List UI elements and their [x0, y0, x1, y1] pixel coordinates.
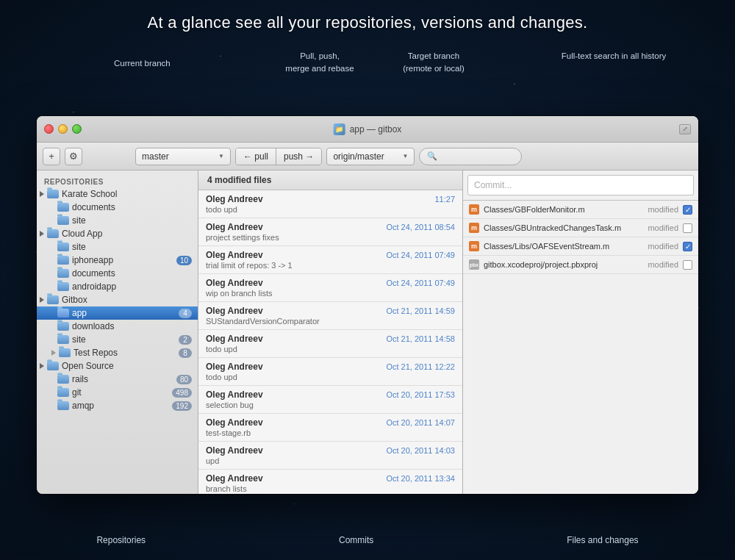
commit-list: Oleg Andreev11:27 todo upd Oleg AndreevO…: [198, 190, 462, 494]
push-button[interactable]: push →: [276, 148, 321, 165]
item-label: site: [72, 215, 86, 226]
target-branch-value: origin/master: [333, 151, 384, 162]
commit-input[interactable]: Commit...: [467, 175, 694, 195]
commit-author: Oleg Andreev: [206, 445, 263, 456]
group-label: Open Source: [62, 361, 114, 371]
annotation-pull-push: Pull, push,merge and rebase: [279, 50, 360, 76]
sidebar-item-gitbox[interactable]: Gitbox: [37, 293, 198, 306]
file-status: modified: [648, 205, 678, 214]
commit-item[interactable]: Oleg AndreevOct 20, 2011 17:53 selection…: [198, 386, 462, 414]
expand-button[interactable]: ⤢: [679, 124, 691, 134]
sidebar-item-documents-ks[interactable]: documents: [37, 201, 198, 214]
file-type-badge: pbx: [469, 259, 479, 270]
file-type-badge: m: [469, 223, 479, 233]
sidebar-item-amqp[interactable]: amqp 192: [37, 399, 198, 412]
commit-time: Oct 24, 2011 07:49: [386, 251, 455, 259]
sidebar-item-iphoneapp[interactable]: iphoneapp 10: [37, 254, 198, 267]
file-checkbox[interactable]: ✓: [683, 205, 692, 215]
folder-icon: [57, 256, 69, 265]
folder-icon: [47, 362, 59, 370]
commit-item[interactable]: Oleg AndreevOct 20, 2011 13:34 branch li…: [198, 470, 462, 494]
folder-icon: [57, 322, 69, 331]
commit-item[interactable]: Oleg Andreev11:27 todo upd: [198, 190, 462, 218]
traffic-lights: [37, 124, 82, 134]
commit-author: Oleg Andreev: [206, 306, 263, 316]
sidebar-item-site-ks[interactable]: site: [37, 214, 198, 227]
commit-item[interactable]: Oleg AndreevOct 20, 2011 14:03 upd: [198, 442, 462, 470]
commit-item[interactable]: Oleg AndreevOct 20, 2011 14:07 test-stag…: [198, 414, 462, 442]
commit-item[interactable]: Oleg AndreevOct 21, 2011 12:22 todo upd: [198, 358, 462, 386]
folder-icon: [59, 348, 71, 357]
sidebar-item-downloads[interactable]: downloads: [37, 320, 198, 333]
sidebar-item-cloud-app[interactable]: Cloud App: [37, 227, 198, 240]
file-item[interactable]: m Classes/Libs/OAFSEventStream.m modifie…: [463, 237, 698, 256]
file-checkbox[interactable]: [683, 223, 692, 233]
commit-item[interactable]: Oleg AndreevOct 24, 2011 08:54 project s…: [198, 218, 462, 246]
sidebar-item-rails[interactable]: rails 80: [37, 373, 198, 386]
commit-message: test-stage.rb: [206, 428, 455, 437]
group-label: Karate School: [62, 189, 117, 199]
file-item[interactable]: m Classes/GBFolderMonitor.m modified ✓: [463, 201, 698, 219]
branch-selector[interactable]: master ▼: [135, 148, 231, 165]
sidebar-item-git[interactable]: git 498: [37, 386, 198, 399]
file-checkbox[interactable]: [683, 260, 692, 270]
file-item[interactable]: pbx gitbox.xcodeproj/project.pbxproj mod…: [463, 256, 698, 274]
sidebar-item-androidapp[interactable]: androidapp: [37, 280, 198, 293]
close-button[interactable]: [44, 124, 54, 134]
commit-message: todo upd: [206, 373, 455, 381]
commit-time: Oct 20, 2011 14:07: [386, 418, 455, 427]
commit-time: Oct 20, 2011 13:34: [386, 474, 455, 483]
label-commits: Commits: [339, 535, 373, 545]
target-branch-selector[interactable]: origin/master ▼: [326, 148, 415, 165]
item-label: androidapp: [72, 281, 116, 292]
commit-item[interactable]: Oleg AndreevOct 24, 2011 07:49 wip on br…: [198, 274, 462, 302]
folder-icon: [57, 375, 69, 384]
commit-message: branch lists: [206, 484, 455, 493]
commit-message: todo upd: [206, 205, 455, 214]
file-status: modified: [648, 242, 678, 251]
pull-push-group: ← pull push →: [235, 148, 322, 165]
commit-time: 11:27: [434, 195, 455, 204]
sidebar-item-open-source[interactable]: Open Source: [37, 359, 198, 373]
sidebar-item-karate-school[interactable]: Karate School: [37, 187, 198, 201]
badge: 2: [179, 335, 192, 345]
pull-button[interactable]: ← pull: [236, 148, 276, 165]
target-branch-arrow: ▼: [402, 153, 408, 159]
file-item[interactable]: m Classes/GBUntrackedChangesTask.m modif…: [463, 219, 698, 237]
app-icon: 📁: [334, 123, 345, 135]
sidebar-item-test-repos[interactable]: Test Repos 8: [37, 346, 198, 359]
search-box[interactable]: 🔍: [419, 148, 522, 165]
commit-item[interactable]: Oleg AndreevOct 21, 2011 14:59 SUStandar…: [198, 302, 462, 330]
folder-icon: [57, 216, 69, 225]
minimize-button[interactable]: [58, 124, 68, 134]
file-checkbox[interactable]: ✓: [683, 242, 692, 251]
commit-message: project settings fixes: [206, 233, 455, 242]
sidebar-item-site-ca[interactable]: site: [37, 240, 198, 254]
gear-button[interactable]: ⚙: [65, 148, 82, 165]
annotation-fulltext-search: Full-text search in all history: [559, 50, 669, 62]
item-label: site: [72, 334, 86, 345]
commit-author: Oleg Andreev: [206, 417, 263, 428]
app-window: 📁 app — gitbox ⤢ + ⚙ master ▼ ← pull pus…: [37, 116, 698, 494]
maximize-button[interactable]: [72, 124, 82, 134]
folder-icon: [47, 229, 59, 238]
commit-time: Oct 24, 2011 07:49: [386, 279, 455, 287]
annotation-current-branch: Current branch: [114, 57, 171, 70]
commit-message: todo upd: [206, 345, 455, 353]
badge: 10: [176, 256, 192, 265]
item-label: iphoneapp: [72, 255, 113, 265]
commit-item[interactable]: Oleg AndreevOct 21, 2011 14:58 todo upd: [198, 330, 462, 358]
commits-panel: 4 modified files Oleg Andreev11:27 todo …: [198, 170, 463, 494]
badge: 192: [172, 401, 192, 411]
commit-author: Oleg Andreev: [206, 278, 263, 288]
add-button[interactable]: +: [43, 148, 60, 165]
sidebar-item-documents-ca[interactable]: documents: [37, 267, 198, 280]
triangle-icon: [40, 231, 44, 237]
badge: 80: [176, 375, 192, 384]
commit-time: Oct 20, 2011 17:53: [386, 390, 455, 399]
commit-author: Oleg Andreev: [206, 390, 263, 400]
sidebar-item-site-gb[interactable]: site 2: [37, 333, 198, 346]
sidebar-item-app[interactable]: app 4: [37, 306, 198, 320]
commit-item[interactable]: Oleg AndreevOct 24, 2011 07:49 trial lim…: [198, 246, 462, 274]
commit-message: trial limit of repos: 3 -> 1: [206, 261, 455, 270]
